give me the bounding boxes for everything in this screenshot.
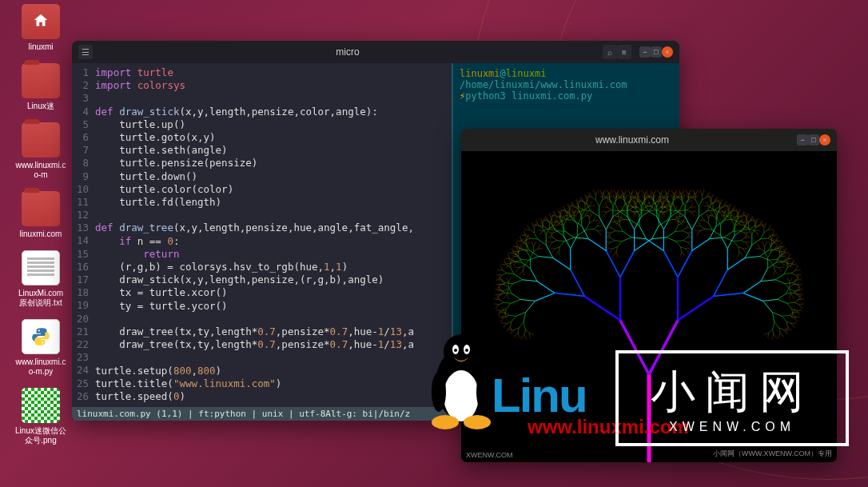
svg-line-1938 (786, 293, 794, 293)
svg-line-1529 (739, 247, 739, 252)
desktop-icon[interactable]: Linux迷 (14, 63, 67, 111)
svg-line-624 (579, 201, 580, 204)
svg-line-1021 (681, 252, 682, 255)
svg-line-905 (650, 203, 651, 206)
svg-line-200 (507, 266, 508, 269)
svg-line-581 (566, 219, 573, 220)
svg-line-1632 (746, 214, 748, 216)
svg-line-551 (551, 233, 554, 235)
maximize-button[interactable]: □ (651, 46, 662, 58)
svg-line-1918 (790, 297, 790, 300)
desktop-icon[interactable]: linuxmi.com (14, 191, 67, 239)
maximize-button[interactable]: □ (808, 134, 819, 146)
svg-line-731 (616, 197, 620, 200)
svg-line-1752 (783, 245, 786, 247)
svg-line-1949 (802, 294, 804, 295)
svg-line-1374 (708, 193, 711, 194)
svg-line-1320 (672, 195, 675, 197)
svg-line-2039 (770, 337, 772, 339)
svg-line-2011 (790, 329, 792, 330)
svg-line-1706 (766, 223, 768, 225)
desktop-icon-label: Linux迷 (14, 102, 67, 111)
svg-line-1782 (778, 268, 781, 270)
svg-line-1882 (791, 273, 796, 275)
code-content[interactable]: import turtleimport colorsys def draw_st… (95, 63, 414, 407)
svg-line-1887 (798, 277, 801, 278)
svg-line-961 (651, 238, 666, 239)
svg-line-2035 (776, 337, 778, 337)
svg-line-2032 (773, 322, 774, 329)
svg-point-2048 (444, 370, 479, 421)
svg-line-218 (511, 249, 513, 250)
menu-icon[interactable]: ≡ (617, 45, 631, 59)
minimize-button[interactable]: − (797, 134, 808, 146)
svg-line-1435 (719, 206, 723, 210)
svg-line-963 (675, 226, 678, 232)
svg-line-1945 (801, 289, 803, 290)
svg-line-1953 (778, 299, 787, 303)
svg-line-317 (525, 236, 527, 239)
svg-line-518 (559, 242, 564, 247)
svg-line-91 (493, 304, 496, 305)
svg-line-1551 (695, 226, 697, 226)
svg-line-698 (604, 190, 607, 192)
svg-line-980 (687, 225, 688, 228)
desktop-icon[interactable]: www.linuxmi.co-m.py (14, 319, 67, 377)
svg-line-329 (521, 243, 524, 244)
svg-line-1300 (673, 205, 676, 211)
svg-line-2001 (782, 316, 786, 321)
svg-line-670 (583, 195, 586, 197)
svg-line-529 (551, 251, 553, 252)
svg-line-142 (504, 289, 508, 291)
svg-line-617 (572, 203, 574, 206)
svg-line-1552 (695, 225, 698, 226)
desktop-icon[interactable]: www.linuxmi.co-m (14, 122, 67, 180)
micro-titlebar[interactable]: ☰ micro ⌕ ≡ − □ × (72, 41, 679, 63)
svg-line-345 (528, 227, 530, 230)
svg-line-280 (514, 264, 515, 266)
svg-line-1990 (795, 308, 798, 309)
svg-line-87 (497, 305, 500, 307)
desktop-icon[interactable]: linuxmi (14, 4, 67, 52)
svg-line-606 (566, 204, 568, 206)
svg-line-1334 (685, 190, 687, 192)
svg-line-709 (605, 197, 609, 200)
svg-line-1186 (647, 195, 649, 197)
close-button[interactable]: × (819, 134, 830, 146)
svg-line-2033 (773, 329, 774, 334)
svg-line-22 (519, 322, 524, 328)
close-button[interactable]: × (662, 46, 673, 58)
svg-line-47 (504, 324, 507, 326)
svg-line-2027 (782, 336, 785, 337)
svg-line-1069 (611, 228, 615, 231)
svg-line-634 (587, 200, 589, 202)
desktop-icon[interactable]: Linux迷微信公众号.png (14, 388, 67, 445)
code-editor-pane[interactable]: 1234567891011121314151617181920212223242… (72, 63, 452, 407)
svg-line-27 (516, 333, 518, 335)
svg-line-281 (512, 264, 515, 265)
svg-line-1372 (707, 194, 708, 198)
svg-line-101 (504, 293, 512, 293)
svg-line-418 (553, 214, 555, 215)
svg-line-164 (514, 274, 523, 280)
svg-line-704 (611, 195, 613, 197)
svg-line-399 (538, 226, 540, 226)
svg-line-1566 (705, 214, 707, 215)
svg-line-1486 (742, 218, 744, 219)
desktop-icon[interactable]: LinuxMi.com原创说明.txt (14, 250, 67, 308)
svg-line-366 (539, 218, 541, 220)
svg-line-1512 (749, 236, 751, 238)
svg-line-730 (618, 190, 620, 192)
svg-line-515 (588, 239, 606, 251)
svg-line-836 (638, 200, 641, 206)
turtle-titlebar[interactable]: www.linuxmi.com − □ × (461, 129, 837, 151)
svg-line-1729 (745, 257, 759, 258)
minimize-button[interactable]: − (639, 46, 651, 58)
svg-line-12 (529, 333, 530, 336)
hamburger-menu-icon[interactable]: ☰ (78, 45, 93, 59)
svg-line-1500 (748, 231, 751, 233)
search-icon[interactable]: ⌕ (603, 45, 617, 59)
svg-line-866 (641, 211, 650, 217)
svg-line-305 (517, 244, 519, 247)
svg-line-1678 (745, 218, 747, 220)
